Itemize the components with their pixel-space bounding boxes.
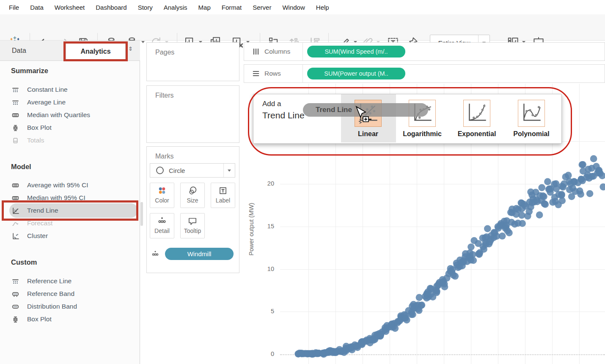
rows-shelf[interactable]: Rows SUM(Power output (M.. — [244, 64, 605, 83]
const-line-icon — [12, 86, 19, 93]
trend-option-polynomial-icon[interactable] — [518, 100, 545, 127]
drop-dialog-title-line1: Add a — [262, 100, 305, 108]
band-icon — [12, 182, 19, 189]
label-button[interactable]: Label — [211, 183, 235, 208]
analytics-item-label: Distribution Band — [27, 303, 77, 310]
const-line-icon — [12, 278, 19, 285]
dragged-pill-label: Trend Line — [316, 106, 352, 114]
pause-auto-updates-caret-icon[interactable] — [141, 41, 145, 43]
menu-analysis[interactable]: Analysis — [158, 4, 193, 11]
detail-pill-label: Windmill — [187, 250, 212, 257]
analytics-item-label: Cluster — [27, 232, 48, 240]
tab-analytics[interactable]: Analytics — [66, 43, 126, 60]
trend-option-linear-label: Linear — [343, 130, 393, 138]
distband-icon — [12, 303, 19, 310]
analytics-item-label: Constant Line — [27, 86, 68, 93]
shelf-divider — [302, 43, 303, 60]
detail-button[interactable]: Detail — [150, 213, 174, 238]
mouse-cursor-icon — [354, 106, 372, 127]
color-button[interactable]: Color — [150, 183, 174, 208]
pages-shelf[interactable]: Pages — [146, 42, 239, 81]
rows-icon — [252, 69, 260, 78]
section-header-summarize: Summarize — [11, 67, 48, 75]
analytics-item-median-with-quartiles[interactable]: Median with Quartiles — [0, 109, 140, 121]
tooltip-button-label: Tooltip — [181, 227, 204, 234]
tooltip-button[interactable]: Tooltip — [180, 213, 205, 238]
section-header-model: Model — [11, 163, 31, 171]
tab-data[interactable]: Data — [0, 41, 63, 61]
analytics-item-cluster[interactable]: Cluster — [0, 230, 140, 242]
analytics-item-label: Box Plot — [27, 315, 52, 323]
menu-format[interactable]: Format — [216, 4, 248, 11]
mark-type-value: Circle — [169, 167, 223, 174]
analytics-item-label: Average with 95% CI — [27, 181, 88, 189]
cluster-icon — [12, 233, 19, 240]
boxplot-icon — [12, 316, 19, 323]
analytics-item-average-line[interactable]: Average Line — [0, 96, 140, 109]
filters-shelf[interactable]: Filters — [146, 85, 239, 143]
trend-icon — [12, 207, 19, 214]
band-icon — [12, 112, 19, 119]
columns-icon — [252, 47, 260, 56]
analytics-item-label: Reference Line — [27, 277, 72, 285]
analytics-item-label: Median with Quartiles — [27, 111, 90, 119]
analytics-item-label: Forecast — [27, 219, 52, 227]
menu-window[interactable]: Window — [277, 4, 310, 11]
menu-data[interactable]: Data — [25, 4, 49, 11]
analytics-item-forecast: Forecast — [0, 217, 140, 230]
rows-shelf-label: Rows — [264, 70, 302, 77]
mark-type-dropdown[interactable]: Circle — [150, 163, 235, 178]
menu-dashboard[interactable]: Dashboard — [90, 4, 132, 11]
const-line-icon — [12, 99, 19, 106]
analytics-item-label: Median with 95% CI — [27, 194, 85, 202]
rows-pill-power-output[interactable]: SUM(Power output (M.. — [307, 68, 405, 79]
analytics-item-reference-band[interactable]: Reference Band — [0, 287, 140, 300]
analytics-item-label: Totals — [27, 137, 44, 144]
section-header-custom: Custom — [11, 258, 37, 266]
menu-map[interactable]: Map — [193, 4, 216, 11]
tableau-window: FileDataWorksheetDashboardStoryAnalysisM… — [0, 0, 605, 364]
drop-dialog-title: Add a Trend Line — [262, 100, 305, 120]
boxplot-icon — [12, 124, 19, 131]
analytics-item-label: Box Plot — [27, 124, 52, 131]
analytics-item-median-with-95-ci[interactable]: Median with 95% CI — [0, 192, 140, 204]
analytics-item-box-plot[interactable]: Box Plot — [0, 121, 140, 134]
size-button[interactable]: Size — [180, 183, 205, 208]
menu-worksheet[interactable]: Worksheet — [49, 4, 90, 11]
columns-shelf-label: Columns — [264, 48, 302, 55]
analytics-item-reference-line[interactable]: Reference Line — [0, 275, 140, 287]
analytics-item-label: Average Line — [27, 99, 66, 106]
menu-story[interactable]: Story — [132, 4, 158, 11]
analytics-item-trend-line[interactable]: Trend Line — [0, 204, 140, 217]
marks-card-label: Marks — [155, 153, 174, 160]
menu-help[interactable]: Help — [311, 4, 335, 11]
analytics-item-label: Trend Line — [27, 207, 58, 214]
forecast-icon — [12, 220, 19, 227]
analytics-item-label: Reference Band — [27, 290, 74, 298]
detail-icon — [151, 249, 160, 259]
filters-shelf-label: Filters — [155, 92, 174, 99]
refband-icon — [12, 290, 19, 298]
circle-mark-icon — [156, 167, 164, 174]
analytics-item-constant-line[interactable]: Constant Line — [0, 83, 140, 96]
pages-shelf-label: Pages — [155, 49, 174, 56]
color-button-label: Color — [150, 197, 174, 204]
columns-pill-wind-speed[interactable]: SUM(Wind Speed (m/.. — [307, 46, 405, 57]
menu-server[interactable]: Server — [247, 4, 277, 11]
band-icon — [12, 194, 19, 202]
analytics-item-totals: Totals — [0, 134, 140, 147]
toolbar: Entire View — [0, 14, 605, 41]
pane-splitter-handle[interactable] — [140, 202, 143, 226]
trend-option-exponential-icon[interactable] — [463, 100, 490, 127]
detail-pill-windmill[interactable]: Windmill — [165, 248, 234, 260]
menu-bar: FileDataWorksheetDashboardStoryAnalysisM… — [0, 0, 605, 14]
analytics-item-box-plot[interactable]: Box Plot — [0, 313, 140, 326]
menu-file[interactable]: File — [3, 4, 25, 11]
columns-shelf[interactable]: Columns SUM(Wind Speed (m/.. — [244, 42, 605, 61]
mark-type-caret-icon[interactable] — [223, 164, 235, 177]
analytics-item-distribution-band[interactable]: Distribution Band — [0, 300, 140, 313]
trend-option-exponential-label: Exponential — [451, 130, 502, 138]
pane-minimize-icon[interactable]: ⇕ — [128, 46, 133, 52]
analytics-item-average-with-95-ci[interactable]: Average with 95% CI — [0, 179, 140, 192]
label-button-label: Label — [211, 197, 235, 204]
